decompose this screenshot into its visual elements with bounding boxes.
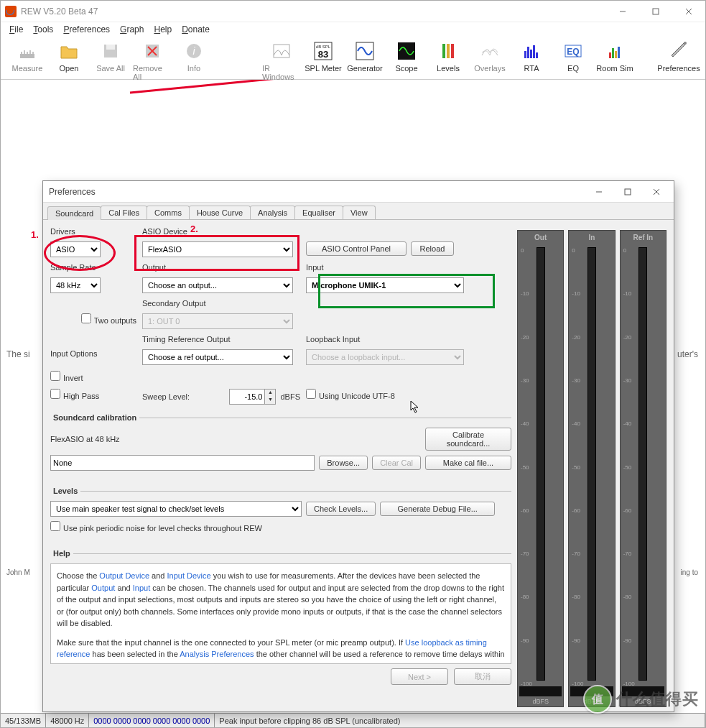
dialog-titlebar: Preferences — [43, 181, 674, 203]
tool-rta[interactable]: RTA — [512, 40, 551, 73]
highpass-checkbox[interactable] — [50, 389, 60, 399]
status-peak: Peak input before clipping 86 dB SPL (un… — [215, 714, 705, 727]
main-window: REW V5.20 Beta 47 File Tools Preferences… — [0, 0, 706, 728]
calibrate-button[interactable]: Calibrate soundcard... — [425, 428, 511, 451]
output-select[interactable]: Choose an output... — [142, 277, 293, 293]
tab-soundcard[interactable]: Soundcard — [47, 206, 101, 220]
spl-icon: dB SPL83 — [313, 41, 333, 61]
sweep-down[interactable]: ▼ — [265, 397, 275, 404]
bg-text: John M — [6, 568, 30, 576]
link-output-device[interactable]: Output Device — [99, 571, 149, 580]
tool-save-all: Save All — [91, 40, 130, 73]
pink-noise-checkbox[interactable] — [50, 521, 60, 531]
link-analysis-prefs[interactable]: Analysis Preferences — [180, 650, 254, 658]
svg-rect-24 — [533, 45, 535, 58]
dialog-maximize-button[interactable] — [613, 182, 642, 202]
tab-house-curve[interactable]: House Curve — [189, 206, 251, 219]
status-memory: 45/133MB — [1, 714, 46, 727]
levels-signal-select[interactable]: Use main speaker test signal to check/se… — [50, 501, 302, 517]
tool-preferences[interactable]: Preferences — [659, 40, 698, 73]
svg-point-32 — [684, 42, 687, 45]
timing-ref-label: Timing Reference Output — [142, 335, 300, 344]
menu-help[interactable]: Help — [149, 23, 176, 36]
tool-eq[interactable]: EQEQ — [554, 40, 593, 73]
tab-view[interactable]: View — [343, 206, 376, 219]
svg-rect-34 — [625, 189, 631, 195]
tool-generator[interactable]: Generator — [345, 40, 384, 73]
tab-comms[interactable]: Comms — [147, 206, 190, 219]
mouse-cursor-icon — [410, 400, 422, 415]
tool-measure: Measure — [8, 40, 47, 73]
svg-line-37 — [130, 80, 633, 93]
dialog-close-button[interactable] — [642, 182, 671, 202]
link-input[interactable]: Input — [133, 584, 150, 592]
two-outputs-checkbox[interactable] — [81, 313, 91, 323]
tab-cal-files[interactable]: Cal Files — [101, 206, 147, 219]
levels-icon — [438, 41, 458, 61]
link-input-device[interactable]: Input Device — [167, 571, 211, 580]
menu-graph[interactable]: Graph — [116, 23, 148, 36]
svg-rect-20 — [451, 44, 454, 58]
asio-control-panel-button[interactable]: ASIO Control Panel — [306, 241, 407, 256]
tab-analysis[interactable]: Analysis — [250, 206, 295, 219]
svg-rect-18 — [442, 44, 445, 58]
measure-icon — [17, 41, 37, 61]
tool-overlays: Overlays — [470, 40, 509, 73]
overlays-icon — [480, 41, 500, 61]
maximize-button[interactable] — [639, 1, 672, 22]
input-select[interactable]: Microphone UMIK-1 — [306, 277, 464, 293]
drivers-select[interactable]: ASIO — [50, 241, 101, 257]
tool-levels[interactable]: Levels — [429, 40, 468, 73]
content-area: The si uter's John M ing to Don't show t… — [1, 80, 705, 713]
roomsim-icon — [605, 41, 625, 61]
toolbar: MeasureOpenSave AllRemove AlliInfoIR Win… — [1, 37, 705, 80]
sample-rate-select[interactable]: 48 kHz — [50, 277, 101, 293]
tool-room-sim[interactable]: Room Sim — [595, 40, 634, 73]
timing-ref-select[interactable]: Choose a ref output... — [142, 349, 293, 365]
unicode-label: Using Unicode UTF-8 — [319, 392, 395, 400]
menubar: File Tools Preferences Graph Help Donate — [1, 22, 705, 37]
calibration-status: FlexASIO at 48 kHz — [50, 435, 421, 443]
tool-scope[interactable]: Scope — [387, 40, 426, 73]
check-levels-button[interactable]: Check Levels... — [306, 502, 376, 516]
make-cal-button[interactable]: Make cal file... — [425, 456, 511, 470]
reload-button[interactable]: Reload — [411, 241, 454, 256]
help-text[interactable]: Choose the Output Device and Input Devic… — [50, 563, 511, 664]
meters-panel: Out0-10-20-30-40-50-60-70-80-90-100dBFSI… — [517, 227, 666, 707]
menu-file[interactable]: File — [5, 23, 27, 36]
prefs-icon — [669, 41, 689, 61]
two-outputs-label: Two outputs — [94, 316, 136, 325]
tool-spl-meter[interactable]: dB SPL83SPL Meter — [304, 40, 343, 73]
sweep-level-input[interactable] — [229, 389, 265, 405]
browse-button[interactable]: Browse... — [319, 456, 368, 470]
status-samplerate: 48000 Hz — [46, 714, 89, 727]
invert-checkbox[interactable] — [50, 371, 60, 381]
asio-device-select[interactable]: FlexASIO — [142, 241, 293, 257]
sweep-unit: dBFS — [280, 392, 300, 401]
next-button: Next > — [391, 668, 448, 685]
unicode-checkbox[interactable] — [306, 389, 316, 399]
input-label: Input — [306, 263, 511, 272]
clear-cal-button: Clear Cal — [372, 456, 421, 470]
minimize-button[interactable] — [606, 1, 639, 22]
dialog-minimize-button[interactable] — [585, 182, 613, 202]
sweep-up[interactable]: ▲ — [265, 390, 275, 397]
close-button[interactable] — [672, 1, 705, 22]
tool-open[interactable]: Open — [50, 40, 88, 73]
input-options-label: Input Options — [50, 349, 136, 358]
status-clip: 0000 0000 0000 0000 0000 0000 — [89, 714, 215, 727]
debug-file-button[interactable]: Generate Debug File... — [380, 502, 495, 516]
calibration-legend: Soundcard calibration — [50, 413, 139, 422]
menu-preferences[interactable]: Preferences — [59, 23, 114, 36]
save-icon — [101, 41, 121, 61]
svg-rect-23 — [530, 50, 532, 58]
cal-file-input[interactable] — [50, 455, 315, 471]
menu-donate[interactable]: Donate — [177, 23, 214, 36]
svg-rect-31 — [618, 47, 620, 58]
dialog-title: Preferences — [46, 187, 585, 197]
tab-equaliser[interactable]: Equaliser — [294, 206, 343, 219]
scope-icon — [396, 41, 417, 61]
tool-remove-all: Remove All — [133, 40, 172, 81]
menu-tools[interactable]: Tools — [29, 23, 57, 36]
link-output[interactable]: Output — [91, 584, 115, 592]
